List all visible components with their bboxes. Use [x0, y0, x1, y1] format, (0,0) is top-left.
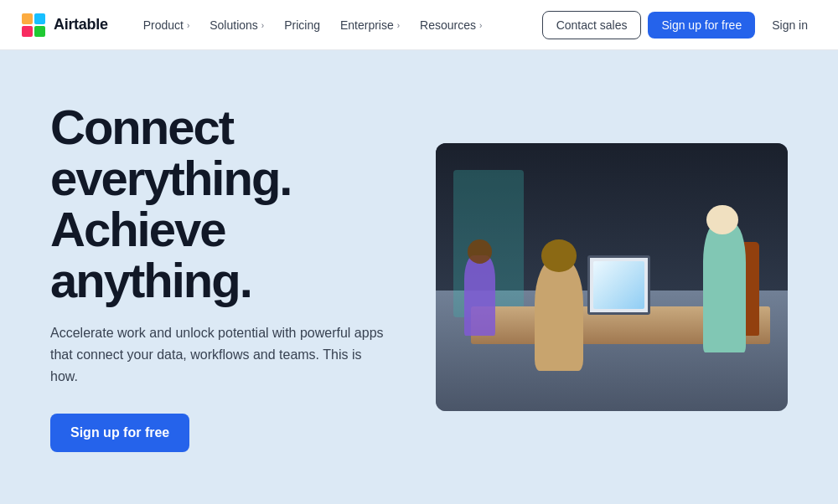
signup-nav-button[interactable]: Sign up for free: [648, 12, 755, 39]
svg-rect-0: [22, 13, 33, 24]
person2-head: [706, 205, 738, 234]
brand-name: Airtable: [54, 16, 108, 33]
nav-item-solutions[interactable]: Solutions ›: [201, 12, 272, 39]
contact-sales-button[interactable]: Contact sales: [542, 11, 642, 39]
hero-image: [436, 143, 788, 411]
person1-head: [541, 239, 577, 271]
scene-monitor-screen: [593, 261, 645, 308]
chevron-icon: ›: [397, 21, 400, 30]
nav-links: Product › Solutions › Pricing Enterprise…: [135, 12, 542, 39]
signin-button[interactable]: Sign in: [762, 12, 818, 39]
navbar: Airtable Product › Solutions › Pricing E…: [0, 0, 838, 50]
airtable-logo-icon: [20, 12, 47, 39]
scene-monitor: [587, 255, 651, 314]
brand-logo[interactable]: Airtable: [20, 12, 108, 39]
chevron-icon: ›: [479, 21, 482, 30]
svg-rect-1: [34, 13, 45, 24]
nav-item-enterprise[interactable]: Enterprise ›: [332, 12, 408, 39]
hero-section: Connect everything. Achieve anything. Ac…: [0, 50, 838, 504]
signup-hero-button[interactable]: Sign up for free: [50, 414, 189, 452]
person1-body: [535, 259, 584, 371]
person3-body: [464, 255, 496, 336]
person2-body: [703, 224, 745, 352]
hero-content: Connect everything. Achieve anything. Ac…: [50, 102, 436, 452]
office-illustration: [436, 143, 788, 411]
person3-head: [468, 239, 492, 264]
nav-item-resources[interactable]: Resources ›: [411, 12, 490, 39]
chevron-icon: ›: [261, 21, 264, 30]
svg-rect-2: [22, 26, 33, 37]
hero-headline: Connect everything. Achieve anything.: [50, 102, 402, 306]
svg-rect-3: [34, 26, 45, 37]
nav-item-pricing[interactable]: Pricing: [276, 12, 328, 39]
hero-subheading: Accelerate work and unlock potential wit…: [50, 322, 385, 387]
nav-actions: Contact sales Sign up for free Sign in: [542, 11, 818, 39]
chevron-icon: ›: [187, 21, 189, 30]
nav-item-product[interactable]: Product ›: [135, 12, 199, 39]
